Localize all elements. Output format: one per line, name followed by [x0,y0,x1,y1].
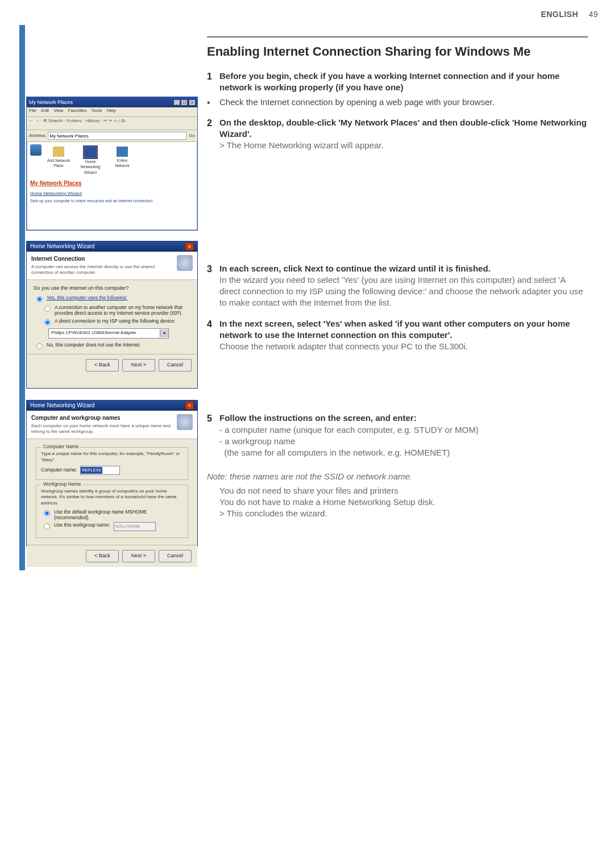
screenshot-wizard-computer-names: Home Networking Wizard × Computer and wo… [26,400,198,546]
radio-direct-connection[interactable] [44,319,50,325]
toolbar[interactable]: ← → · ✉ Search · Folders · History · ✂ ✂… [27,117,197,130]
dialog-header-title: Computer and workgroup names [31,414,173,422]
step-number: 3 [207,263,219,276]
network-icon [117,147,128,157]
step-2-result: > The Home Networking wizard will appear… [219,140,588,151]
bullet-icon: • [207,97,219,109]
icon-label: Home Networking Wizard [78,159,103,175]
menu-file[interactable]: File [29,108,36,113]
icon-label: Add Network Place [46,158,71,169]
minimize-icon[interactable]: _ [174,100,180,105]
dialog-body: Computer Name Type a unique name for thi… [27,439,197,545]
page-header: ENGLISH 49 [541,9,598,20]
icon-label: Entire Network [110,158,135,169]
wizard-graphic-icon [177,414,193,430]
next-button[interactable]: Next > [122,550,155,562]
radio-no[interactable] [36,343,42,349]
panel-description: Sets up your computer to share resources… [30,198,194,203]
dialog-body: Do you use the Internet on this computer… [27,280,197,354]
step-number: 1 [207,70,219,83]
dialog-header-title: Internet Connection [31,255,173,263]
close-icon[interactable]: × [185,402,194,410]
radio-custom-workgroup[interactable] [44,524,49,529]
go-button[interactable]: Go [189,133,195,139]
dialog-title: Home Networking Wizard [30,243,94,251]
step-3-text: In each screen, click Next to continue t… [219,263,588,274]
step-1-text: Before you begin, check if you have a wo… [219,71,559,92]
note-line3: > This concludes the wizard. [219,508,588,519]
dialog-titlebar[interactable]: Home Networking Wizard × [27,400,197,411]
radio-custom-workgroup-label: Use this workgroup name: [54,522,110,528]
fieldset-computer-name: Computer Name Type a unique name for thi… [36,447,188,480]
icon-entire-network[interactable]: Entire Network [110,147,135,175]
cancel-button[interactable]: Cancel [159,359,192,372]
step-2: 2 On the desktop, double-click 'My Netwo… [207,117,588,152]
step-number: 4 [207,318,219,331]
window-title: My Network Places [29,99,73,106]
menu-edit[interactable]: Edit [41,108,49,113]
radio-shared-connection-label: A connection to another computer on my h… [55,304,190,316]
maximize-icon[interactable]: □ [181,100,187,105]
address-bar[interactable]: Address Go [27,130,197,142]
divider [207,36,588,37]
step-number: 2 [207,117,219,130]
menu-tools[interactable]: Tools [92,108,102,113]
menu-view[interactable]: View [53,108,63,113]
menu-help[interactable]: Help [107,108,116,113]
back-button[interactable]: < Back [86,359,119,372]
question-text: Do you use the Internet on this computer… [34,285,190,291]
step-2-text: On the desktop, double-click 'My Network… [219,117,588,140]
cancel-button[interactable]: Cancel [159,550,192,562]
window-titlebar[interactable]: My Network Places _ □ × [27,97,197,107]
note-line2: You do not have to make a Home Networkin… [219,496,588,508]
computer-name-label: Computer name: [41,467,77,473]
legend-workgroup-name: Workgroup Name [41,481,83,487]
dialog-header: Computer and workgroup names Each comput… [27,411,197,439]
language-label: ENGLISH [541,10,578,19]
note-line1: You do not need to share your files and … [219,485,588,496]
dialog-titlebar[interactable]: Home Networking Wizard × [27,241,197,252]
computer-name-value: REFLEX2 [81,467,102,474]
margin-accent [19,25,25,570]
globe-icon [30,144,42,156]
step-5-line2: - a workgroup name [219,436,588,447]
radio-direct-connection-label: A direct connection to my ISP using the … [55,318,175,324]
step-number: 5 [207,412,219,425]
radio-shared-connection[interactable] [44,306,50,312]
radio-default-workgroup[interactable] [44,510,49,516]
adapter-dropdown[interactable]: Philips CPWUE001 USB/Ethernet Adapter ▾ [48,328,169,339]
menu-favorites[interactable]: Favorites [68,108,87,113]
close-icon[interactable]: × [189,100,195,105]
screenshot-my-network-places: My Network Places _ □ × File Edit View F… [26,97,198,231]
adapter-dropdown-value: Philips CPWUE001 USB/Ethernet Adapter [49,330,160,336]
content-column: Enabling Internet Connection Sharing for… [207,36,588,519]
step-5-line1: - a computer name (unique for each compu… [219,424,588,436]
radio-yes[interactable] [36,297,42,302]
window-controls[interactable]: _ □ × [173,99,195,106]
address-label: Address [29,133,45,139]
next-button[interactable]: Next > [122,359,155,372]
close-icon[interactable]: × [185,243,194,251]
step-4-detail: Choose the network adapter that connects… [219,341,588,352]
radio-no-label: No, this computer does not use the Inter… [47,342,140,348]
step-1-bullet: • Check the Internet connection by openi… [207,97,588,109]
workgroup-name-input[interactable]: SOLUTIONS [114,522,156,531]
back-button[interactable]: < Back [86,550,119,562]
folder-icon [53,147,64,157]
icon-add-network-place[interactable]: Add Network Place [46,147,71,175]
menu-bar[interactable]: File Edit View Favorites Tools Help [27,107,197,117]
step-4-text: In the next screen, select 'Yes' when as… [219,318,588,341]
step-5-line3: (the same for all computers in the netwo… [219,447,588,458]
panel-heading: My Network Places [30,180,194,187]
icon-home-networking-wizard[interactable]: Home Networking Wizard [78,147,103,175]
hint-workgroup-name: Workgroup names identify a group of comp… [41,489,183,507]
computer-name-input[interactable]: REFLEX2 [80,466,120,475]
note-italic: Note: these names are not the SSID or ne… [207,471,588,482]
chevron-down-icon[interactable]: ▾ [160,329,168,337]
radio-default-workgroup-label: Use the default workgroup name MSHOME (r… [54,509,183,520]
screenshot-wizard-internet-connection: Home Networking Wizard × Internet Connec… [26,241,198,389]
hint-computer-name: Type a unique name for this computer, fo… [41,451,183,464]
step-3: 3 In each screen, click Next to continue… [207,263,588,309]
address-input[interactable] [48,132,186,140]
step-5: 5 Follow the instructions on the screen,… [207,412,588,458]
